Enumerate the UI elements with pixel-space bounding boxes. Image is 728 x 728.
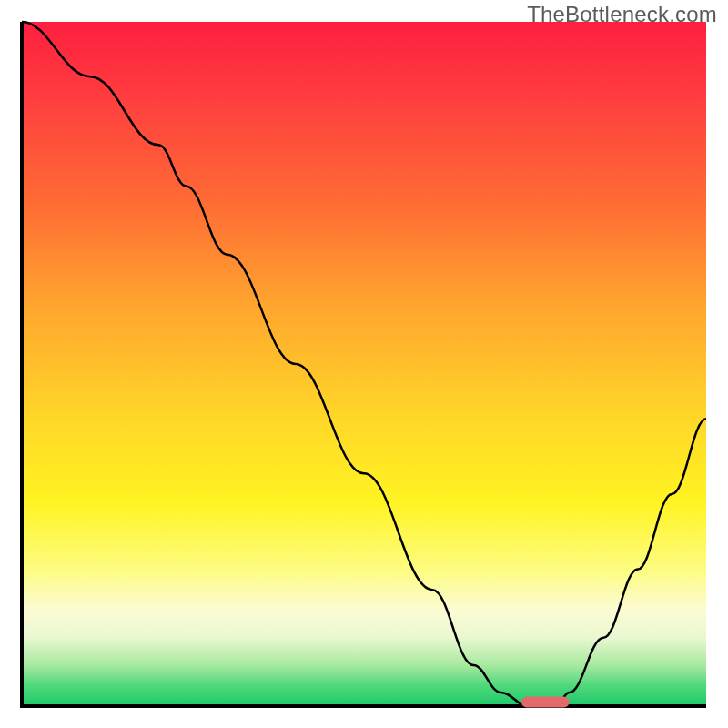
bottleneck-curve <box>22 22 706 706</box>
chart-container: TheBottleneck.com <box>0 0 728 728</box>
optimal-range-marker <box>521 696 570 707</box>
watermark-text: TheBottleneck.com <box>527 2 717 27</box>
axis-lines <box>22 22 706 706</box>
chart-svg <box>0 0 728 728</box>
